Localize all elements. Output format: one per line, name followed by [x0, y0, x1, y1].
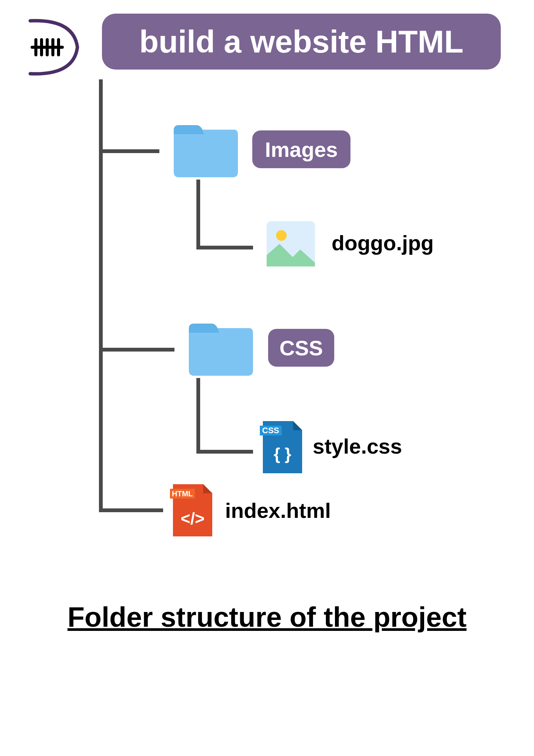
logo-icon	[21, 15, 85, 81]
file-label-style: style.css	[313, 434, 402, 459]
folder-label-css: CSS	[279, 336, 323, 360]
folder-pill-css: CSS	[268, 329, 334, 367]
subtrunk-images	[196, 180, 200, 249]
svg-text:{ }: { }	[274, 445, 291, 463]
folder-pill-images: Images	[252, 130, 350, 168]
css-file-icon: CSS { }	[260, 419, 305, 477]
branch-css	[99, 348, 174, 352]
branch-images	[99, 149, 159, 153]
svg-text:CSS: CSS	[262, 426, 279, 435]
folder-icon-css	[185, 318, 253, 380]
svg-text:HTML: HTML	[172, 490, 193, 498]
root-folder-label: build a website HTML	[139, 23, 464, 60]
file-label-index: index.html	[225, 498, 331, 523]
image-file-icon	[264, 217, 317, 272]
folder-icon-images	[170, 119, 238, 181]
subtrunk-css	[196, 378, 200, 454]
subbranch-style	[196, 450, 253, 454]
svg-point-7	[276, 230, 287, 241]
folder-label-images: Images	[265, 137, 338, 162]
html-file-icon: HTML </>	[170, 482, 215, 540]
diagram-canvas: build a website HTML Images doggo.jpg	[0, 0, 534, 756]
branch-index	[99, 508, 163, 512]
tree-trunk	[99, 79, 103, 512]
root-folder-pill: build a website HTML	[102, 14, 501, 70]
file-label-doggo: doggo.jpg	[332, 231, 434, 255]
svg-text:</>: </>	[181, 509, 205, 528]
subbranch-doggo	[196, 246, 253, 249]
diagram-caption: Folder structure of the project	[15, 601, 519, 633]
